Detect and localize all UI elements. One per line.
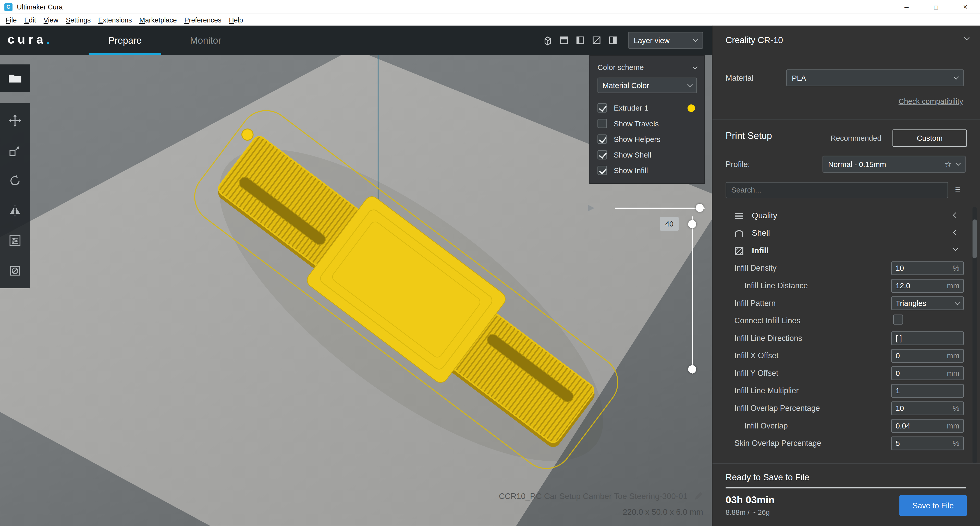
setting-label: Infill Line Directions bbox=[735, 334, 802, 343]
layer-slider-lower-handle[interactable] bbox=[688, 365, 696, 373]
move-icon bbox=[9, 115, 21, 127]
chevron-left-icon bbox=[953, 230, 958, 236]
setting-row: Infill Overlap 0.04 mm bbox=[713, 417, 980, 435]
chevron-down-icon bbox=[955, 300, 960, 305]
per-model-settings-button[interactable] bbox=[4, 228, 26, 253]
printer-selector[interactable]: Creality CR-10 bbox=[725, 35, 783, 45]
play-icon[interactable]: ▶ bbox=[588, 202, 594, 212]
view-left-icon[interactable] bbox=[591, 35, 602, 46]
category-shell[interactable]: Shell bbox=[713, 225, 980, 242]
view-mode-dropdown[interactable]: Layer view bbox=[628, 32, 703, 49]
search-input[interactable] bbox=[725, 182, 948, 198]
settings-scrollbar[interactable] bbox=[973, 207, 977, 464]
setting-label: Infill Overlap Percentage bbox=[735, 404, 820, 413]
menu-settings[interactable]: Settings bbox=[62, 16, 94, 23]
path-slider-track[interactable] bbox=[615, 207, 705, 209]
menu-edit[interactable]: Edit bbox=[21, 16, 40, 23]
setting-label: Infill Line Multiplier bbox=[735, 386, 799, 395]
infill-line-multiplier-field[interactable]: 1 bbox=[891, 384, 964, 398]
mirror-icon bbox=[9, 204, 21, 217]
view-3d-icon[interactable] bbox=[542, 35, 553, 46]
check-compatibility-link[interactable]: Check compatibility bbox=[899, 97, 963, 106]
tab-monitor[interactable]: Monitor bbox=[186, 26, 225, 55]
settings-menu-icon[interactable]: ≡ bbox=[955, 184, 960, 194]
infill-density-field[interactable]: 10 % bbox=[891, 261, 964, 275]
infill-overlap-percentage-field[interactable]: 10 % bbox=[891, 402, 964, 415]
menu-help[interactable]: Help bbox=[225, 16, 247, 23]
shell-icon bbox=[735, 229, 744, 241]
move-tool-button[interactable] bbox=[4, 108, 26, 133]
custom-mode-button[interactable]: Custom bbox=[892, 129, 967, 147]
infill-overlap-field[interactable]: 0.04 mm bbox=[891, 419, 964, 433]
chevron-down-icon bbox=[693, 37, 698, 42]
chevron-down-icon bbox=[954, 74, 959, 80]
layer-slider-upper-handle[interactable] bbox=[688, 220, 696, 228]
show-helpers-row: Show Helpers bbox=[597, 131, 697, 147]
menu-file[interactable]: File bbox=[2, 16, 21, 23]
show-travels-row: Show Travels bbox=[597, 116, 697, 131]
category-label: Infill bbox=[752, 245, 768, 255]
setup-mode-toggle: Recommended Custom bbox=[819, 129, 967, 147]
show-travels-checkbox[interactable] bbox=[597, 119, 607, 128]
infill-x-offset-field[interactable]: 0 mm bbox=[891, 349, 964, 363]
tab-prepare[interactable]: Prepare bbox=[89, 26, 161, 55]
scrollbar-thumb[interactable] bbox=[973, 220, 977, 258]
menu-preferences[interactable]: Preferences bbox=[181, 16, 225, 23]
infill-pattern-dropdown[interactable]: Triangles bbox=[891, 296, 964, 310]
support-blocker-button[interactable] bbox=[4, 258, 26, 283]
recommended-mode-button[interactable]: Recommended bbox=[819, 129, 893, 147]
infill-line-distance-field[interactable]: 12.0 mm bbox=[891, 279, 964, 293]
menu-marketplace[interactable]: Marketplace bbox=[135, 16, 180, 23]
show-shell-checkbox[interactable] bbox=[597, 150, 607, 159]
chevron-down-icon bbox=[692, 64, 698, 69]
support-blocker-icon bbox=[9, 265, 21, 277]
cura-logo: cura. bbox=[7, 32, 50, 47]
skin-overlap-percentage-field[interactable]: 5 % bbox=[891, 437, 964, 450]
open-file-button[interactable] bbox=[0, 64, 30, 92]
category-label: Quality bbox=[752, 210, 777, 220]
path-slider-handle[interactable] bbox=[696, 204, 704, 212]
application-window: C Ultimaker Cura – □ × File Edit View Se… bbox=[0, 0, 980, 526]
rename-button[interactable] bbox=[694, 491, 703, 503]
profile-dropdown[interactable]: Normal - 0.15mm ☆ bbox=[822, 156, 966, 173]
show-helpers-checkbox[interactable] bbox=[597, 135, 607, 144]
category-quality[interactable]: Quality bbox=[713, 207, 980, 225]
save-to-file-button[interactable]: Save to File bbox=[899, 495, 967, 516]
connect-infill-lines-checkbox[interactable] bbox=[893, 315, 903, 325]
setting-row: Infill Density 10 % bbox=[713, 260, 980, 277]
chevron-down-icon bbox=[964, 35, 969, 40]
progress-bar bbox=[725, 487, 966, 488]
extruder1-checkbox[interactable] bbox=[597, 103, 607, 113]
rotate-tool-button[interactable] bbox=[4, 168, 26, 193]
infill-line-directions-field[interactable]: [ ] bbox=[891, 332, 964, 345]
view-right-icon[interactable] bbox=[608, 35, 618, 46]
menu-extensions[interactable]: Extensions bbox=[94, 16, 135, 23]
setting-label: Infill Density bbox=[735, 264, 776, 273]
show-infill-checkbox[interactable] bbox=[597, 166, 607, 175]
setting-label: Connect Infill Lines bbox=[735, 316, 800, 325]
material-dropdown[interactable]: PLA bbox=[786, 69, 964, 86]
infill-y-offset-field[interactable]: 0 mm bbox=[891, 367, 964, 380]
settings-panel: Creality CR-10 Material PLA Check compat… bbox=[712, 26, 980, 526]
maximize-icon[interactable]: □ bbox=[921, 0, 951, 14]
menu-view[interactable]: View bbox=[40, 16, 62, 23]
color-scheme-dropdown[interactable]: Material Color bbox=[597, 78, 697, 93]
stage-header: cura. Prepare Monitor Layer view bbox=[0, 26, 712, 55]
star-icon: ☆ bbox=[945, 159, 952, 169]
show-travels-label: Show Travels bbox=[614, 119, 659, 128]
model-dimensions: 220.0 x 50.0 x 6.0 mm bbox=[623, 507, 703, 516]
viewport-column: cura. Prepare Monitor Layer view bbox=[0, 26, 712, 526]
mirror-tool-button[interactable] bbox=[4, 198, 26, 223]
setting-row: Infill Line Distance 12.0 mm bbox=[713, 277, 980, 295]
layer-slider-track[interactable] bbox=[692, 216, 693, 374]
minimize-icon[interactable]: – bbox=[892, 0, 921, 14]
setting-label: Infill Y Offset bbox=[735, 369, 778, 378]
print-setup-title: Print Setup bbox=[725, 130, 772, 141]
close-icon[interactable]: × bbox=[951, 0, 980, 14]
category-label: Shell bbox=[752, 228, 770, 238]
color-scheme-header[interactable]: Color scheme bbox=[597, 62, 697, 73]
scale-tool-button[interactable] bbox=[4, 138, 26, 163]
view-front-icon[interactable] bbox=[558, 35, 570, 46]
category-infill[interactable]: Infill bbox=[713, 242, 980, 260]
view-top-icon[interactable] bbox=[575, 35, 586, 46]
